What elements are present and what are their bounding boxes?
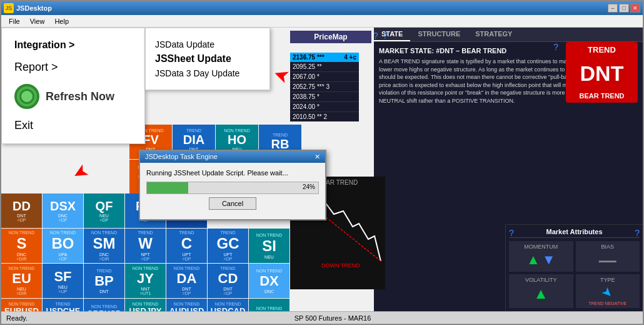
trend-dnt-box: TREND DNT BEAR TREND — [566, 42, 638, 103]
report-item[interactable]: Report > — [8, 56, 138, 79]
price-val-2: 2095.25 ** — [293, 63, 322, 70]
bias-minus-icon: — — [578, 252, 638, 269]
pricemap-button[interactable]: PriceMap — [290, 31, 371, 43]
tab-state[interactable]: STATE — [374, 28, 410, 41]
down-arrow-icon: ▼ — [542, 252, 556, 267]
update-item-1[interactable]: JSData Update — [155, 38, 260, 51]
type-arrow-icon: ➤ — [598, 284, 616, 302]
ticker-dx[interactable]: NON TREND DX DNC — [249, 264, 289, 298]
main-window: JS JSDesktop – □ ✕ File View Help ? STAT… — [0, 0, 644, 325]
ticker-qf[interactable]: QF NEU =DP — [84, 193, 124, 228]
update-item-3[interactable]: JSData 3 Day Update — [155, 66, 260, 80]
trend-label-top: TREND — [566, 42, 638, 58]
price-val-5: 2038.75 * — [293, 93, 319, 100]
trend-label-bottom: BEAR TREND — [566, 89, 638, 103]
help-icon-pricemap2[interactable]: ? — [383, 31, 388, 41]
help-icon-market[interactable]: ? — [553, 42, 558, 52]
tab-strategy[interactable]: STRATEGY — [468, 28, 520, 41]
price-change-1: 4 +c — [344, 54, 356, 61]
red-arrow-3: ➤ — [270, 63, 292, 89]
price-row-highlight1: 2136.75 *** 4 +c — [290, 53, 359, 62]
ticker-bo[interactable]: NON TREND BO UPA =DP — [43, 229, 83, 263]
menu-help[interactable]: Help — [49, 16, 74, 26]
window-title: JSDesktop — [16, 4, 52, 12]
progress-bar-bg: 24% — [146, 182, 319, 194]
price-row-4: 2052.75 *** 3 — [290, 82, 359, 92]
refresh-inner-icon — [19, 89, 34, 104]
ticker-sf[interactable]: SF NEU =UP — [43, 264, 83, 298]
momentum-arrows: ▲ ▼ — [511, 252, 571, 268]
integration-item[interactable]: Integration > — [8, 34, 138, 56]
main-content: ? STATE STRUCTURE STRATEGY MARKET STATE:… — [1, 28, 643, 324]
price-val-7: 2010.50 ** 2 — [293, 113, 327, 120]
attr-type: TYPE ➤ TREND NEGATIVE — [576, 274, 640, 308]
dropdown-menu: Integration > Report > Refresh Now Exit — [1, 28, 145, 144]
progress-pct-label: 24% — [303, 183, 315, 190]
minimize-button[interactable]: – — [608, 4, 618, 13]
right-panel: ? STATE STRUCTURE STRATEGY MARKET STATE:… — [374, 28, 643, 311]
task-dialog-title-bar: JSDesktop Task Engine ✕ — [140, 151, 325, 163]
ticker-cd[interactable]: TREND CD DNT =DP — [208, 264, 248, 298]
volatility-label: VOLATILITY — [511, 277, 571, 283]
refresh-button[interactable]: Refresh Now — [8, 79, 138, 114]
ticker-gc[interactable]: TREND GC UPT =DP — [208, 229, 248, 263]
price-val-1: 2136.75 *** — [293, 54, 325, 61]
up-arrow-icon: ▲ — [526, 252, 540, 267]
bias-label: BIAS — [578, 244, 638, 250]
attr-momentum: MOMENTUM ▲ ▼ — [509, 241, 573, 272]
ticker-s[interactable]: NON TREND S DNC =DIR — [1, 229, 42, 263]
cancel-button[interactable]: Cancel — [209, 197, 256, 210]
ticker-c[interactable]: TREND C UPT =DP — [166, 229, 207, 263]
progress-bar-fill — [147, 182, 188, 193]
ticker-w[interactable]: TREND W NPT =DP — [125, 229, 166, 263]
ticker-dsx[interactable]: DSX DNC =DP — [43, 193, 83, 228]
red-arrow-4: ➤ — [69, 160, 93, 187]
task-dialog-text: Running JSSheet Update Script. Please wa… — [146, 169, 319, 177]
task-dialog-body: Running JSSheet Update Script. Please wa… — [140, 163, 325, 219]
menu-view[interactable]: View — [25, 16, 50, 26]
refresh-label: Refresh Now — [46, 90, 114, 103]
price-row-5: 2038.75 * — [290, 92, 359, 102]
update-popup: JSData Update JSSheet Update JSData 3 Da… — [145, 28, 270, 90]
tab-structure[interactable]: STRUCTURE — [410, 28, 468, 41]
momentum-label: MOMENTUM — [511, 244, 571, 250]
trend-label-main: DNT — [566, 58, 638, 89]
ticker-bp[interactable]: TREND BP DNT — [84, 264, 124, 298]
ticker-sm[interactable]: NON TREND SM DNC =DIR — [84, 229, 124, 263]
refresh-circle-icon — [14, 84, 39, 109]
status-ready: Ready. — [6, 314, 28, 322]
trend-neg-label: TREND NEGATIVE — [578, 301, 638, 306]
ticker-eu[interactable]: NON TREND EU NEU =DIR — [1, 264, 42, 298]
title-bar-left: JS JSDesktop — [4, 3, 52, 13]
svg-text:DOWN TREND: DOWN TREND — [321, 262, 360, 269]
status-bar: Ready. SP 500 Futures - MAR16 — [1, 311, 643, 324]
ticker-jy[interactable]: NON TREND JY NNT =UT1 — [125, 264, 166, 298]
ticker-row-5: NON TREND EU NEU =DIR SF NEU =UP TREND B… — [1, 264, 289, 298]
attr-bias: BIAS — — [576, 241, 640, 272]
menu-file[interactable]: File — [4, 16, 25, 26]
exit-item[interactable]: Exit — [8, 114, 138, 137]
help-icon-attrs2[interactable]: ? — [509, 228, 514, 238]
close-button[interactable]: ✕ — [630, 4, 640, 13]
status-center: SP 500 Futures - MAR16 — [294, 314, 371, 322]
task-dialog-close[interactable]: ✕ — [314, 153, 320, 161]
price-val-3: 2067.00 * — [293, 73, 319, 80]
market-attrs-title: Market Attributes — [509, 228, 640, 238]
price-val-4: 2052.75 *** 3 — [293, 83, 330, 90]
help-icon-pricemap[interactable]: ? — [373, 31, 378, 41]
task-dialog-title-text: JSDesktop Task Engine — [145, 153, 218, 161]
price-row-2: 2095.25 ** — [290, 62, 359, 72]
update-item-2[interactable]: JSSheet Update — [155, 51, 260, 66]
menu-bar: File View Help — [1, 15, 643, 28]
ticker-dd[interactable]: DD DNT =DP — [1, 193, 42, 228]
ticker-row-4: NON TREND S DNC =DIR NON TREND BO UPA =D… — [1, 229, 289, 263]
market-attributes-panel: Market Attributes ? ? MOMENTUM ▲ ▼ BIAS — [505, 224, 643, 311]
title-bar: JS JSDesktop – □ ✕ — [1, 1, 643, 15]
help-icon-attrs[interactable]: ? — [635, 228, 640, 238]
ticker-si[interactable]: NON TREND SI NEU — [249, 229, 289, 263]
task-dialog: JSDesktop Task Engine ✕ Running JSSheet … — [139, 150, 326, 220]
ticker-da[interactable]: NON TREND DA DNT =DP — [166, 264, 207, 298]
maximize-button[interactable]: □ — [619, 4, 629, 13]
type-label: TYPE — [578, 277, 638, 283]
price-val-6: 2024.00 * — [293, 103, 319, 110]
